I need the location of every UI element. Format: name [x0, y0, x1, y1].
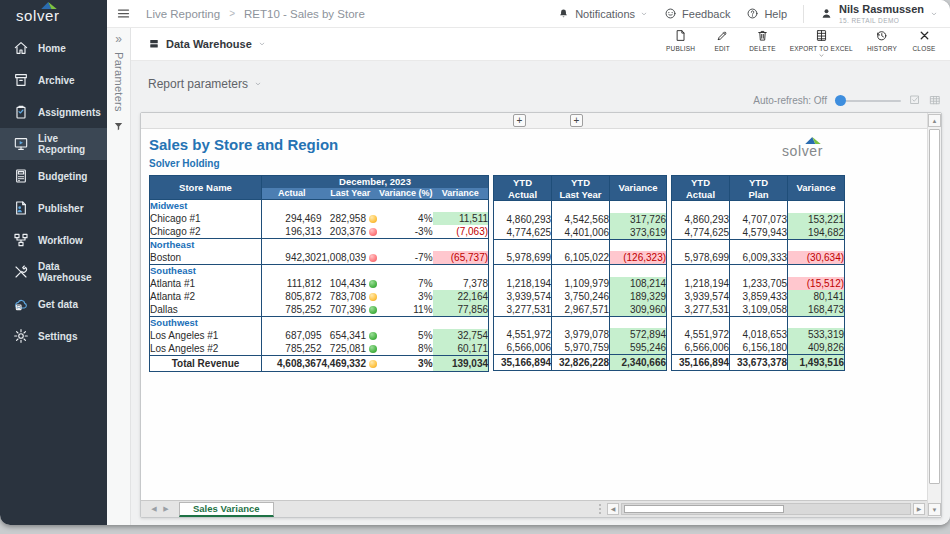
sidebar-item-label: Archive: [38, 75, 75, 86]
help-button[interactable]: Help: [746, 7, 787, 20]
expand-parameters-chevron-icon[interactable]: »: [115, 33, 122, 45]
table-cell: 139,034: [433, 356, 489, 372]
sidebar-item-settings[interactable]: Settings: [0, 320, 107, 352]
breadcrumb: Live Reporting > RET10 - Sales by Store: [146, 8, 365, 20]
table-cell: 3,750,246: [552, 290, 610, 303]
table-cell: 3%: [379, 356, 433, 372]
expand-group-button[interactable]: +: [570, 114, 583, 127]
close-button[interactable]: CLOSE: [908, 27, 940, 54]
vertical-scroll-thumb[interactable]: [929, 129, 940, 484]
table-row-region: Southwest: [150, 317, 489, 330]
table-cell: 4,707,073: [730, 213, 788, 226]
export-to-excel-button[interactable]: EXPORT TO EXCEL: [787, 27, 856, 61]
grid-view-icon[interactable]: [929, 94, 941, 106]
table-cell: [672, 316, 730, 328]
table-cell: [788, 201, 845, 213]
history-button[interactable]: HISTORY: [864, 27, 900, 54]
notifications-label: Notifications: [575, 8, 635, 20]
sidebar-item-budgeting[interactable]: Budgeting: [0, 160, 107, 192]
slider-knob[interactable]: [835, 95, 846, 106]
sidebar-item-home[interactable]: Home: [0, 32, 107, 64]
column-header: Variance (%): [379, 188, 433, 200]
settings-icon: [13, 328, 29, 344]
vertical-scrollbar[interactable]: ▲ ▼: [927, 113, 941, 517]
solver-logo: solver: [0, 0, 107, 32]
table-cell: 3,859,433: [730, 290, 788, 303]
status-indicator-green: [369, 306, 377, 314]
table-cell: 189,329: [610, 290, 667, 303]
report-parameters-toggle[interactable]: Report parameters: [148, 77, 262, 91]
scroll-left-button[interactable]: ◀: [607, 503, 619, 515]
expand-group-button[interactable]: +: [513, 114, 526, 127]
publish-button[interactable]: PUBLISH: [663, 27, 698, 54]
table-cell: 153,221: [788, 213, 845, 226]
sidebar-item-label: Publisher: [38, 203, 84, 214]
table-cell: Los Angeles #1: [150, 329, 262, 342]
table-row-store: 4,774,6254,579,943194,682: [672, 226, 845, 240]
sidebar-item-archive[interactable]: Archive: [0, 64, 107, 96]
table-row-store: 1,218,1941,233,705(15,512): [672, 277, 845, 290]
notifications-button[interactable]: Notifications: [557, 7, 648, 20]
prev-sheet-button[interactable]: ◀: [149, 505, 159, 513]
parameters-panel-label[interactable]: Parameters: [113, 52, 125, 112]
chevron-down-icon: [254, 80, 262, 88]
table-cell: 317,726: [610, 213, 667, 226]
next-sheet-button[interactable]: ▶: [161, 505, 171, 513]
design-checkbox-icon[interactable]: [909, 94, 921, 106]
table-cell: 3,277,531: [672, 303, 730, 317]
table-row-store: Los Angeles #2785,252725,0818%60,171: [150, 342, 489, 356]
feedback-button[interactable]: Feedback: [664, 7, 730, 20]
user-menu[interactable]: Nils Rasmussen 15. Retail Demo: [820, 4, 938, 24]
table-row-region: [494, 239, 667, 251]
data-source-select[interactable]: Data Warehouse: [131, 38, 266, 50]
table-row-store: Los Angeles #1687,095654,3415%32,754: [150, 329, 489, 342]
sidebar-item-data-warehouse[interactable]: Data Warehouse: [0, 256, 107, 288]
table-cell: Total Revenue: [150, 356, 262, 372]
table-cell: 1,218,194: [494, 277, 552, 290]
solver-logo-text: solver: [16, 7, 60, 24]
scroll-up-button[interactable]: ▲: [928, 114, 941, 127]
scroll-right-button[interactable]: ▶: [913, 503, 925, 515]
table-cell: [494, 316, 552, 328]
table-cell: Chicago #2: [150, 225, 262, 239]
table-row-store: Atlanta #2805,872783,7083%22,164: [150, 290, 489, 303]
table-cell: 7%: [379, 277, 433, 290]
hamburger-menu-icon[interactable]: [116, 6, 131, 21]
table-cell: 409,826: [788, 341, 845, 355]
table-row-store: 6,566,0065,970,759595,246: [494, 341, 667, 355]
horizontal-scrollbar[interactable]: ◀ ▶: [599, 503, 925, 515]
filter-funnel-icon[interactable]: [113, 121, 124, 132]
sidebar-item-workflow[interactable]: Workflow: [0, 224, 107, 256]
table-cell: 196,313: [262, 225, 322, 239]
table-cell: 111,812: [262, 277, 322, 290]
scrollbar-grip[interactable]: [599, 504, 601, 514]
table-cell: [610, 316, 667, 328]
export-excel-icon: [815, 29, 828, 42]
sidebar-item-get-data[interactable]: Get data: [0, 288, 107, 320]
sidebar-item-assignments[interactable]: Assignments: [0, 96, 107, 128]
table-row-region: [672, 316, 845, 328]
horizontal-scroll-thumb[interactable]: [624, 505, 784, 513]
table-cell: 1,218,194: [672, 277, 730, 290]
table-cell: 6,156,180: [730, 341, 788, 355]
scroll-down-button[interactable]: ▼: [928, 503, 941, 516]
breadcrumb-section[interactable]: Live Reporting: [146, 8, 220, 20]
table-row-region: [672, 239, 845, 251]
sidebar-item-live-reporting[interactable]: Live Reporting: [0, 128, 107, 160]
table-cell: 6,566,006: [672, 341, 730, 355]
table-cell: 8%: [379, 342, 433, 356]
parameters-panel-collapsed: » Parameters: [107, 28, 131, 525]
sheet-tab-sales-variance[interactable]: Sales Variance: [179, 502, 274, 517]
table-cell: [610, 201, 667, 213]
delete-button[interactable]: DELETE: [746, 27, 779, 54]
table-cell: 77,856: [433, 303, 489, 317]
auto-refresh-slider[interactable]: [835, 95, 901, 106]
table-cell: Los Angeles #2: [150, 342, 262, 356]
bell-icon: [557, 7, 570, 20]
table-cell: [262, 265, 489, 278]
horizontal-scroll-track[interactable]: [621, 503, 911, 515]
table-row-store: 4,551,9723,979,078572,894: [494, 328, 667, 341]
edit-button[interactable]: EDIT: [706, 27, 738, 54]
smiley-icon: [664, 7, 677, 20]
sidebar-item-publisher[interactable]: Publisher: [0, 192, 107, 224]
